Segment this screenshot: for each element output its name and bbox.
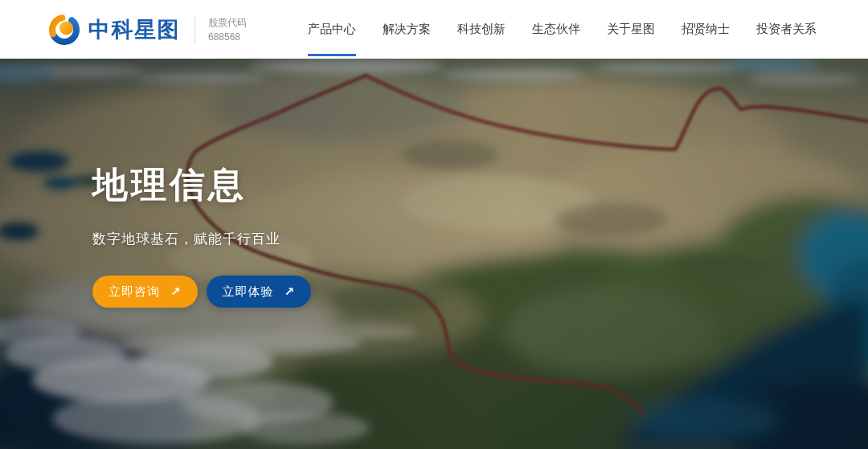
try-now-label: 立即体验 [223,284,274,300]
nav-item-about[interactable]: 关于星图 [607,0,655,59]
site-header: 中科星图 股票代码 688568 产品中心 解决方案 科技创新 生态伙伴 关于星… [0,0,868,59]
nav-item-products[interactable]: 产品中心 [308,0,356,59]
hero-title: 地理信息 [92,161,311,209]
arrow-up-right-icon: ↗ [170,285,182,297]
hero-content: 地理信息 数字地球基石，赋能千行百业 立即咨询 ↗ 立即体验 ↗ [92,161,311,308]
hero-buttons: 立即咨询 ↗ 立即体验 ↗ [92,276,311,308]
consult-now-label: 立即咨询 [108,284,160,300]
try-now-button[interactable]: 立即体验 ↗ [207,276,312,308]
arrow-up-right-icon: ↗ [285,285,296,297]
nav-item-partners[interactable]: 生态伙伴 [532,0,580,59]
logo-text: 中科星图 [88,15,180,44]
stock-code-value: 688568 [208,30,247,44]
hero-banner: 地理信息 数字地球基石，赋能千行百业 立即咨询 ↗ 立即体验 ↗ [0,59,868,449]
header-divider [194,16,195,43]
hero-subtitle: 数字地球基石，赋能千行百业 [92,230,311,248]
geovis-logo-icon [47,13,82,47]
stock-code-block: 股票代码 688568 [208,15,247,44]
nav-item-innovation[interactable]: 科技创新 [457,0,506,59]
nav-item-solutions[interactable]: 解决方案 [383,0,431,59]
logo[interactable]: 中科星图 [47,13,180,47]
nav-item-investors[interactable]: 投资者关系 [756,0,817,59]
main-nav: 产品中心 解决方案 科技创新 生态伙伴 关于星图 招贤纳士 投资者关系 [308,0,817,59]
consult-now-button[interactable]: 立即咨询 ↗ [92,276,198,308]
stock-code-label: 股票代码 [208,15,247,30]
nav-item-careers[interactable]: 招贤纳士 [682,0,730,59]
